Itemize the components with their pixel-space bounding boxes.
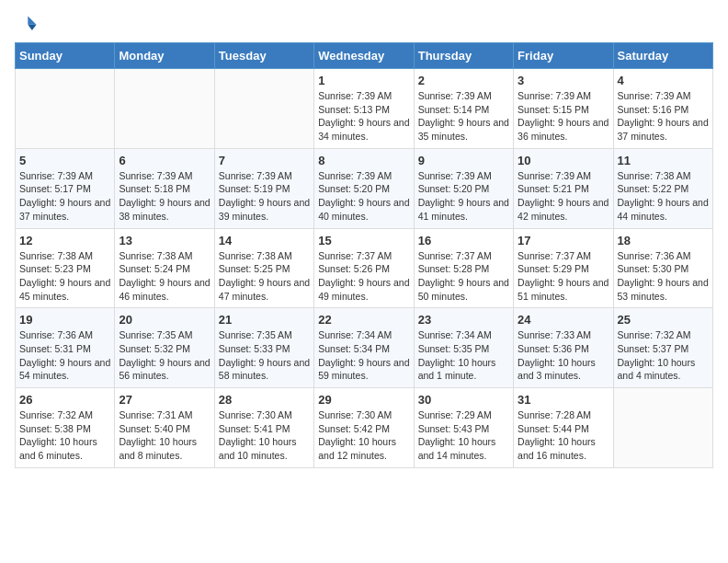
weekday-header-saturday: Saturday <box>613 43 712 69</box>
day-number: 4 <box>618 74 709 87</box>
day-info: Sunrise: 7:35 AMSunset: 5:32 PMDaylight:… <box>119 329 210 381</box>
weekday-header-monday: Monday <box>115 43 214 69</box>
day-info: Sunrise: 7:28 AMSunset: 5:44 PMDaylight:… <box>518 409 596 461</box>
calendar-cell <box>16 69 115 149</box>
day-number: 17 <box>518 234 609 247</box>
day-number: 22 <box>318 313 409 327</box>
day-number: 19 <box>19 313 110 327</box>
calendar-cell: 31Sunrise: 7:28 AMSunset: 5:44 PMDayligh… <box>514 388 613 468</box>
day-info: Sunrise: 7:38 AMSunset: 5:24 PMDaylight:… <box>119 250 210 302</box>
day-info: Sunrise: 7:39 AMSunset: 5:20 PMDaylight:… <box>318 170 409 222</box>
svg-marker-1 <box>28 25 36 30</box>
day-number: 3 <box>518 74 609 87</box>
day-number: 29 <box>318 393 409 407</box>
day-info: Sunrise: 7:39 AMSunset: 5:15 PMDaylight:… <box>518 90 609 142</box>
day-number: 10 <box>518 154 609 167</box>
weekday-header-thursday: Thursday <box>414 43 513 69</box>
calendar-cell: 1Sunrise: 7:39 AMSunset: 5:13 PMDaylight… <box>314 69 414 149</box>
calendar-cell: 25Sunrise: 7:32 AMSunset: 5:37 PMDayligh… <box>613 308 712 388</box>
day-number: 5 <box>19 154 110 167</box>
weekday-header-sunday: Sunday <box>16 43 115 69</box>
day-number: 26 <box>19 393 110 407</box>
day-info: Sunrise: 7:36 AMSunset: 5:31 PMDaylight:… <box>19 329 110 381</box>
day-info: Sunrise: 7:29 AMSunset: 5:43 PMDaylight:… <box>418 409 496 461</box>
calendar-cell: 13Sunrise: 7:38 AMSunset: 5:24 PMDayligh… <box>115 228 214 308</box>
weekday-header-wednesday: Wednesday <box>314 43 414 69</box>
weekday-header-tuesday: Tuesday <box>214 43 313 69</box>
day-info: Sunrise: 7:30 AMSunset: 5:41 PMDaylight:… <box>219 409 297 461</box>
day-info: Sunrise: 7:39 AMSunset: 5:18 PMDaylight:… <box>119 170 210 222</box>
day-info: Sunrise: 7:37 AMSunset: 5:28 PMDaylight:… <box>418 250 509 302</box>
day-info: Sunrise: 7:33 AMSunset: 5:36 PMDaylight:… <box>518 329 596 381</box>
day-number: 25 <box>618 313 709 327</box>
day-number: 14 <box>219 234 310 247</box>
calendar-cell: 30Sunrise: 7:29 AMSunset: 5:43 PMDayligh… <box>414 388 513 468</box>
day-info: Sunrise: 7:38 AMSunset: 5:22 PMDaylight:… <box>618 170 709 222</box>
day-info: Sunrise: 7:37 AMSunset: 5:29 PMDaylight:… <box>518 250 609 302</box>
day-info: Sunrise: 7:30 AMSunset: 5:42 PMDaylight:… <box>318 409 396 461</box>
calendar-cell: 3Sunrise: 7:39 AMSunset: 5:15 PMDaylight… <box>514 69 613 149</box>
day-info: Sunrise: 7:39 AMSunset: 5:13 PMDaylight:… <box>318 90 409 142</box>
calendar-cell: 9Sunrise: 7:39 AMSunset: 5:20 PMDaylight… <box>414 148 513 228</box>
svg-marker-0 <box>28 17 36 25</box>
logo-icon <box>15 15 37 33</box>
day-number: 15 <box>318 234 409 247</box>
day-info: Sunrise: 7:39 AMSunset: 5:14 PMDaylight:… <box>418 90 509 142</box>
calendar-body: 1Sunrise: 7:39 AMSunset: 5:13 PMDaylight… <box>16 69 713 468</box>
calendar-week-4: 19Sunrise: 7:36 AMSunset: 5:31 PMDayligh… <box>16 308 713 388</box>
day-info: Sunrise: 7:35 AMSunset: 5:33 PMDaylight:… <box>219 329 310 381</box>
calendar-cell: 19Sunrise: 7:36 AMSunset: 5:31 PMDayligh… <box>16 308 115 388</box>
day-info: Sunrise: 7:36 AMSunset: 5:30 PMDaylight:… <box>618 250 709 302</box>
calendar-cell: 7Sunrise: 7:39 AMSunset: 5:19 PMDaylight… <box>214 148 313 228</box>
day-number: 20 <box>119 313 210 327</box>
day-info: Sunrise: 7:39 AMSunset: 5:21 PMDaylight:… <box>518 170 609 222</box>
calendar-cell: 20Sunrise: 7:35 AMSunset: 5:32 PMDayligh… <box>115 308 214 388</box>
day-number: 16 <box>418 234 509 247</box>
day-info: Sunrise: 7:32 AMSunset: 5:38 PMDaylight:… <box>19 409 97 461</box>
day-number: 31 <box>518 393 609 407</box>
day-number: 9 <box>418 154 509 167</box>
calendar-week-1: 1Sunrise: 7:39 AMSunset: 5:13 PMDaylight… <box>16 69 713 149</box>
day-info: Sunrise: 7:31 AMSunset: 5:40 PMDaylight:… <box>119 409 197 461</box>
day-info: Sunrise: 7:39 AMSunset: 5:20 PMDaylight:… <box>418 170 509 222</box>
calendar-cell: 18Sunrise: 7:36 AMSunset: 5:30 PMDayligh… <box>613 228 712 308</box>
calendar-header-row: SundayMondayTuesdayWednesdayThursdayFrid… <box>16 43 713 69</box>
calendar-cell: 24Sunrise: 7:33 AMSunset: 5:36 PMDayligh… <box>514 308 613 388</box>
calendar-cell: 22Sunrise: 7:34 AMSunset: 5:34 PMDayligh… <box>314 308 414 388</box>
calendar-cell: 17Sunrise: 7:37 AMSunset: 5:29 PMDayligh… <box>514 228 613 308</box>
calendar-cell: 12Sunrise: 7:38 AMSunset: 5:23 PMDayligh… <box>16 228 115 308</box>
header <box>15 15 713 33</box>
day-number: 23 <box>418 313 509 327</box>
calendar-cell: 21Sunrise: 7:35 AMSunset: 5:33 PMDayligh… <box>214 308 313 388</box>
day-info: Sunrise: 7:38 AMSunset: 5:23 PMDaylight:… <box>19 250 110 302</box>
day-number: 1 <box>318 74 409 87</box>
calendar-cell: 11Sunrise: 7:38 AMSunset: 5:22 PMDayligh… <box>613 148 712 228</box>
day-number: 8 <box>318 154 409 167</box>
day-info: Sunrise: 7:37 AMSunset: 5:26 PMDaylight:… <box>318 250 409 302</box>
calendar-cell: 26Sunrise: 7:32 AMSunset: 5:38 PMDayligh… <box>16 388 115 468</box>
logo <box>15 15 40 33</box>
day-info: Sunrise: 7:39 AMSunset: 5:19 PMDaylight:… <box>219 170 310 222</box>
calendar-cell <box>214 69 313 149</box>
day-number: 11 <box>618 154 709 167</box>
calendar-cell: 27Sunrise: 7:31 AMSunset: 5:40 PMDayligh… <box>115 388 214 468</box>
day-number: 18 <box>618 234 709 247</box>
weekday-header-friday: Friday <box>514 43 613 69</box>
day-info: Sunrise: 7:34 AMSunset: 5:35 PMDaylight:… <box>418 329 496 381</box>
calendar-cell: 8Sunrise: 7:39 AMSunset: 5:20 PMDaylight… <box>314 148 414 228</box>
calendar-cell: 2Sunrise: 7:39 AMSunset: 5:14 PMDaylight… <box>414 69 513 149</box>
day-number: 28 <box>219 393 310 407</box>
calendar-cell <box>613 388 712 468</box>
calendar-cell: 28Sunrise: 7:30 AMSunset: 5:41 PMDayligh… <box>214 388 313 468</box>
calendar-cell: 16Sunrise: 7:37 AMSunset: 5:28 PMDayligh… <box>414 228 513 308</box>
day-number: 6 <box>119 154 210 167</box>
calendar-week-3: 12Sunrise: 7:38 AMSunset: 5:23 PMDayligh… <box>16 228 713 308</box>
calendar-week-5: 26Sunrise: 7:32 AMSunset: 5:38 PMDayligh… <box>16 388 713 468</box>
day-number: 27 <box>119 393 210 407</box>
calendar-cell: 5Sunrise: 7:39 AMSunset: 5:17 PMDaylight… <box>16 148 115 228</box>
calendar-cell <box>115 69 214 149</box>
day-number: 2 <box>418 74 509 87</box>
calendar-cell: 4Sunrise: 7:39 AMSunset: 5:16 PMDaylight… <box>613 69 712 149</box>
day-number: 7 <box>219 154 310 167</box>
day-info: Sunrise: 7:38 AMSunset: 5:25 PMDaylight:… <box>219 250 310 302</box>
